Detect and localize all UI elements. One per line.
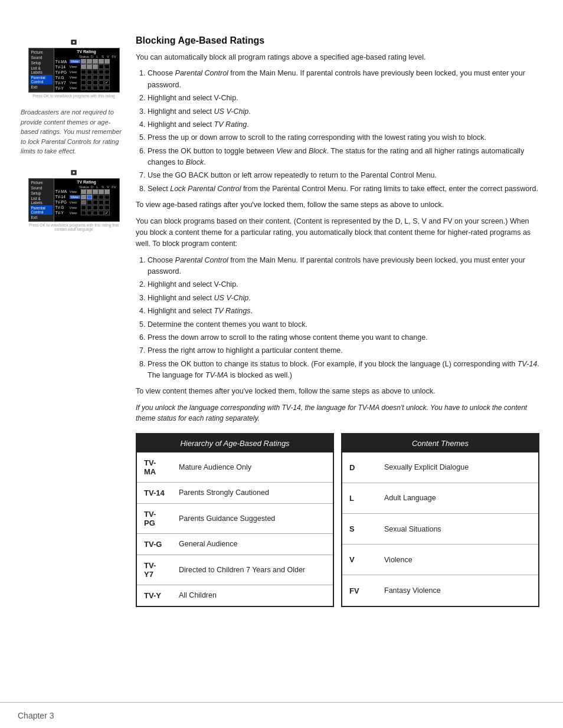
steps-list-2: Choose Parental Control from the Main Me… <box>148 255 539 382</box>
box2-right-panel: TV Rating Status D L S V FV TV-MA View <box>54 178 120 222</box>
tv-box-1-inner: Picture Sound Setup List & Labels Parent… <box>28 48 120 93</box>
age-desc-tvy7: Directed to Children 7 Years and Older <box>172 555 333 585</box>
table-row: TV-Y7 Directed to Children 7 Years and O… <box>136 555 333 585</box>
content-desc-d: Sexually Explicit Dialogue <box>377 452 539 483</box>
step1-3: Highlight and select US V-Chip. <box>148 106 539 117</box>
step1-4: Highlight and select TV Rating. <box>148 119 539 130</box>
box2-row-tvpg: TV-PG View <box>55 200 118 205</box>
content-desc-s: Sexual Situations <box>377 513 539 544</box>
svg-rect-1 <box>73 41 75 43</box>
box1-left-menu: Picture Sound Setup List & Labels Parent… <box>28 48 54 93</box>
box2-row-tvma: TV-MA View <box>55 189 118 194</box>
step1-8: Select Lock Parental Control from the Pa… <box>148 183 539 195</box>
intro-paragraph: You can automatically block all program … <box>136 52 539 63</box>
table-row: L Adult Language <box>342 483 539 513</box>
box2-row-tvg: TV-G View <box>55 205 118 210</box>
menu-picture: Picture <box>30 50 53 55</box>
box1-row-tv14: TV-14 View <box>55 64 118 69</box>
age-desc-tvy: All Children <box>172 585 333 606</box>
content-code-v: V <box>342 545 377 575</box>
step2-6: Press the down arrow to scroll to the ra… <box>148 332 539 343</box>
menu-setup: Setup <box>30 60 53 65</box>
menu-sound: Sound <box>30 55 53 60</box>
box1-right-panel: TV Rating Status D L S V FV TV-MA View <box>54 48 120 93</box>
sidebar-italic-note: Broadcasters are not required to provide… <box>18 107 130 156</box>
table-row: S Sexual Situations <box>342 513 539 544</box>
step1-7: Use the GO BACK button or left arrow rep… <box>148 170 539 181</box>
step2-5: Determine the content themes you want to… <box>148 319 539 330</box>
step1-2: Highlight and select V-Chip. <box>148 93 539 104</box>
box1-title: TV Rating <box>55 50 118 54</box>
content-code-l: L <box>342 483 377 513</box>
italic-note: If you unlock the language corresponding… <box>136 402 539 424</box>
lock-icon-2 <box>28 166 120 177</box>
page: Picture Sound Setup List & Labels Parent… <box>0 0 563 728</box>
tables-container: Hierarchy of Age-Based Ratings TV-MA Mat… <box>136 433 539 607</box>
chapter-label: Chapter 3 <box>0 711 54 720</box>
menu2-picture: Picture <box>30 180 53 185</box>
step2-1: Choose Parental Control from the Main Me… <box>148 255 539 278</box>
age-desc-tvg: General Audience <box>172 533 333 555</box>
menu2-sound: Sound <box>30 185 53 191</box>
box2-row-tv14: TV-14 View <box>55 195 118 199</box>
content-themes-table: Content Themes D Sexually Explicit Dialo… <box>341 433 539 607</box>
step1-5: Press the up or down arrow to scroll to … <box>148 132 539 143</box>
content-code-fv: FV <box>342 575 377 606</box>
box2-left-menu: Picture Sound Setup List & Labels Parent… <box>28 178 54 222</box>
content-para: You can block programs based on their co… <box>136 216 539 250</box>
age-code-tvy: TV-Y <box>136 585 172 606</box>
box1-caption: Press OK to view/block programs with thi… <box>28 94 120 98</box>
table-row: TV-G General Audience <box>136 533 333 555</box>
unlock-note-2: To view content themes after you've lock… <box>136 386 539 397</box>
left-sidebar: Picture Sound Setup List & Labels Parent… <box>0 35 130 704</box>
box1-row-tvy7: TV-Y7 View ✓ <box>55 80 118 85</box>
age-code-tvg: TV-G <box>136 533 172 555</box>
step1-6: Press the OK button to toggle between Vi… <box>148 146 539 169</box>
menu2-list-labels: List & Labels <box>30 196 53 205</box>
tv-rating-box-2: Picture Sound Setup List & Labels Parent… <box>28 166 120 231</box>
section-heading: Blocking Age-Based Ratings <box>136 35 539 46</box>
box1-row-tvpg: TV-PG View <box>55 70 118 74</box>
step2-8: Press the OK button to change its status… <box>148 359 539 382</box>
menu-exit: Exit <box>30 84 53 90</box>
tv-box-2-inner: Picture Sound Setup List & Labels Parent… <box>28 178 120 222</box>
step1-1: Choose Parental Control from the Main Me… <box>148 68 539 91</box>
box2-col-headers: Status D L S V FV <box>55 185 118 189</box>
content-table-header: Content Themes <box>342 434 539 452</box>
step2-2: Highlight and select V-Chip. <box>148 279 539 290</box>
chapter-bar: Chapter 3 <box>0 702 563 728</box>
content-desc-fv: Fantasy Violence <box>377 575 539 606</box>
content-code-d: D <box>342 452 377 483</box>
table-row: FV Fantasy Violence <box>342 575 539 606</box>
lock-icon-1 <box>28 35 120 47</box>
box2-title: TV Rating <box>55 180 118 184</box>
age-table-header: Hierarchy of Age-Based Ratings <box>136 434 333 452</box>
box1-row-tvma: TV-MA View <box>55 59 118 64</box>
box1-row-tvy: TV-Y View <box>55 86 118 90</box>
main-content: Blocking Age-Based Ratings You can autom… <box>130 35 563 704</box>
lock-svg-1 <box>70 35 78 45</box>
table-row: TV-14 Parents Strongly Cautioned <box>136 482 333 503</box>
table-row: V Violence <box>342 545 539 575</box>
age-code-tvma: TV-MA <box>136 452 172 483</box>
step2-4: Highlight and select TV Ratings. <box>148 306 539 317</box>
age-code-tv14: TV-14 <box>136 482 172 503</box>
age-desc-tvma: Mature Audience Only <box>172 452 333 483</box>
age-based-ratings-table: Hierarchy of Age-Based Ratings TV-MA Mat… <box>136 433 334 607</box>
step2-3: Highlight and select US V-Chip. <box>148 293 539 304</box>
menu2-setup: Setup <box>30 191 53 196</box>
menu-parental-control-active: Parental Control <box>30 75 53 84</box>
step2-7: Press the right arrow to highlight a par… <box>148 345 539 356</box>
table-row: TV-PG Parents Guidance Suggested <box>136 503 333 533</box>
age-desc-tvpg: Parents Guidance Suggested <box>172 503 333 533</box>
content-desc-v: Violence <box>377 545 539 575</box>
menu-list-labels: List & Labels <box>30 65 53 75</box>
box1-row-tvg: TV-G View <box>55 75 118 80</box>
svg-rect-3 <box>73 172 75 173</box>
box2-caption: Press OK to view/block programs with thi… <box>28 223 120 231</box>
lock-svg-2 <box>70 166 78 175</box>
table-row: D Sexually Explicit Dialogue <box>342 452 539 483</box>
menu2-parental-control-active: Parental Control <box>30 205 53 215</box>
content-desc-l: Adult Language <box>377 483 539 513</box>
age-desc-tv14: Parents Strongly Cautioned <box>172 482 333 503</box>
